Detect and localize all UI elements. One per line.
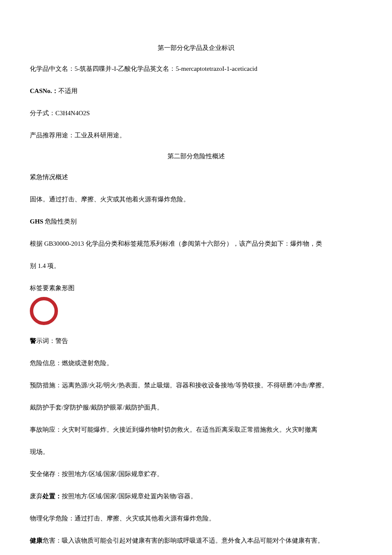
- formula-value: C3H4N4O2S: [55, 110, 90, 116]
- ghs-heading: GHS 危险性类别: [30, 215, 362, 228]
- use-line: 产品推荐用途：工业及科研用途。: [30, 129, 362, 142]
- prevention-line1: 预防措施：远离热源/火花/明火/热表面。禁止吸烟。容器和接收设备接地/等势联接。…: [30, 379, 362, 392]
- ghs-label: GHS: [30, 218, 43, 225]
- formula-label: 分子式：: [30, 110, 55, 116]
- health-line1: 健康危害：吸入该物质可能会引起对健康有害的影响或呼吸道不适。意外食入本品可能对个…: [30, 534, 362, 547]
- storage-line: 安全储存：按照地方/区域/国家/国际规章贮存。: [30, 468, 362, 480]
- health-rest: 危害：吸入该物质可能会引起对健康有害的影响或呼吸道不适。意外食入本品可能对个体健…: [43, 537, 324, 544]
- chemical-name-line: 化学品中文名：5-筑基四喋并-I-乙酸化学品英文名：5-mercaptotetr…: [30, 62, 362, 75]
- prevention-line2: 戴防护手套/穿防护服/戴防护眼罩/戴防护面具。: [30, 401, 362, 414]
- ghs-body-line2: 别 1.4 项。: [30, 259, 362, 272]
- use-label: 产品推荐用途：: [30, 132, 75, 139]
- disposal-prefix: 废弃: [30, 493, 43, 500]
- disposal-rest: 按照地方/区域/国家/国际规章处置内装物/容器。: [62, 493, 197, 500]
- cas-label: CASNo.：: [30, 87, 58, 94]
- disposal-bold: 处置：: [43, 493, 62, 500]
- formula-line: 分子式：C3H4N4O2S: [30, 107, 362, 119]
- signal-rest: 示词：警告: [36, 337, 68, 344]
- pictogram-label: 标签要素象形图: [30, 282, 362, 294]
- physchem-line: 物理化学危险：通过打击、摩擦、火灾或其他着火源有爆炸危险。: [30, 512, 362, 525]
- response-line1: 事故响应：火灾时可能爆炸。火接近到爆炸物时切勿救火。在适当距离采取正常措施救火。…: [30, 423, 362, 436]
- emergency-body: 固体。通过打击、摩擦、火灾或其他着火源有爆炸危险。: [30, 193, 362, 206]
- response-line2: 现场。: [30, 445, 362, 458]
- hazard-pictogram-circle-icon: [30, 297, 58, 325]
- chem-name-value: 5-筑基四喋并-I-乙酸化学品英文名：5-mercaptotetrazoI-1-…: [75, 65, 257, 72]
- cas-value: 不适用: [58, 87, 78, 94]
- section-1-title: 第一部分化学品及企业标识: [30, 43, 362, 53]
- disposal-line: 废弃处置：按照地方/区域/国家/国际规章处置内装物/容器。: [30, 490, 362, 503]
- ghs-suffix: 危险性类别: [43, 218, 77, 225]
- emergency-heading: 紧急情况概述: [30, 171, 362, 183]
- chem-name-label: 化学品中文名：: [30, 65, 75, 72]
- ghs-body-line1: 根据 GB30000-2013 化学品分类和标签规范系列标准（参阅第十六部分），…: [30, 237, 362, 250]
- health-bold: 健康: [30, 537, 43, 544]
- signal-bold: 警: [30, 337, 36, 344]
- signal-word-line: 警示词：警告: [30, 334, 362, 347]
- use-value: 工业及科研用途。: [75, 132, 126, 139]
- section-2-title: 第二部分危险性概述: [30, 151, 362, 161]
- hazard-info: 危险信息：燃烧或迸射危险。: [30, 357, 362, 369]
- cas-line: CASNo.：不适用: [30, 84, 362, 97]
